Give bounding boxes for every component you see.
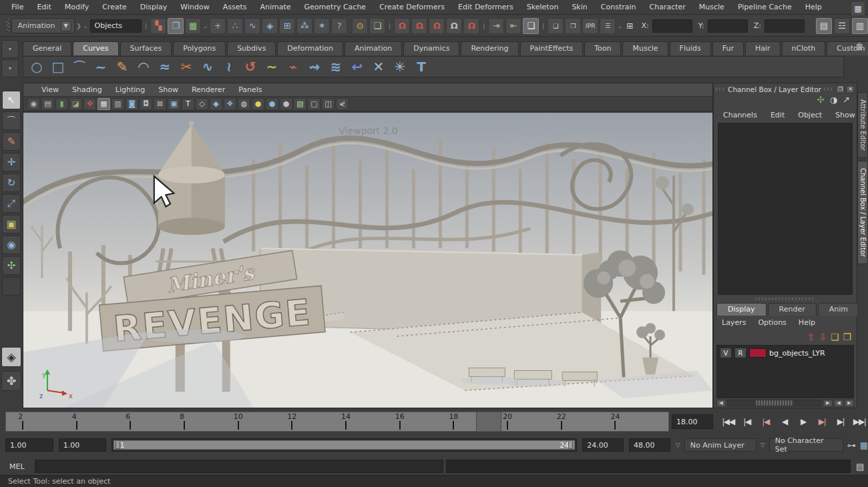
layer-color-swatch[interactable] (749, 348, 767, 358)
textured-mode-icon[interactable]: ❖ (224, 98, 236, 110)
input-connections-icon[interactable]: ⇥ (488, 18, 504, 34)
menubar-item[interactable]: Window (174, 1, 215, 13)
universal-manipulator-button[interactable]: ▣ (2, 215, 21, 233)
scroll-left-icon[interactable]: ◀ (716, 400, 726, 407)
mel-result-field[interactable] (446, 460, 851, 473)
shelf-tab[interactable]: Curves (73, 41, 118, 55)
snap-to-grids-icon[interactable]: Ω (394, 18, 410, 34)
image-plane-icon[interactable]: ◪ (69, 98, 82, 110)
component-mode-icon[interactable]: ▦ (185, 18, 201, 34)
viewport-3d-scene[interactable]: Miner's REVENGE (23, 113, 712, 408)
channel-box-toggle-icon[interactable]: ▥ (852, 18, 868, 34)
anim-layer-dropdown[interactable]: No Anim Layer (684, 438, 756, 452)
channel-box-menu-item[interactable]: Show (830, 109, 861, 121)
nurbs-circle-icon[interactable]: ○ (27, 57, 46, 76)
play-backwards-button[interactable]: ◀ (776, 414, 793, 430)
menubar-item[interactable]: Help (799, 1, 828, 13)
playback-start-input[interactable]: 1.00 (59, 438, 107, 452)
layer-editor-tab[interactable]: Anim (818, 303, 859, 316)
scale-tool-button[interactable]: ⤢ (2, 194, 21, 213)
attach-curves-icon[interactable]: ∿ (198, 57, 217, 76)
viewport-menu-item[interactable]: Show (152, 84, 184, 95)
isolate-select-icon[interactable]: ▧ (294, 98, 306, 110)
animation-end-input[interactable]: 48.00 (629, 438, 670, 452)
cut-curve-icon[interactable]: ✂ (177, 57, 196, 76)
animation-preferences-icon[interactable]: ▦ (860, 440, 868, 450)
2d-pan-zoom-icon[interactable]: ✥ (83, 98, 96, 110)
bookmark-icon[interactable]: ▮ (55, 98, 68, 110)
viewport-menu-item[interactable]: View (35, 84, 65, 95)
field-chart-icon[interactable]: ⊠ (154, 98, 166, 110)
ambient-occlusion-icon[interactable]: ● (280, 98, 292, 110)
attribute-editor-toggle-icon[interactable]: ▤ (816, 18, 832, 34)
playback-end-input[interactable]: 24.00 (582, 438, 624, 452)
animation-start-input[interactable]: 1.00 (5, 438, 53, 452)
shelf-tab[interactable]: Rendering (461, 41, 518, 55)
layer-editor-tab[interactable]: Render (768, 303, 817, 316)
toolbar-divider[interactable]: ❯ (77, 19, 81, 33)
menubar-item[interactable]: Skin (566, 1, 593, 13)
step-forward-frame-button[interactable]: ▶| (832, 414, 849, 430)
project-curve-icon[interactable]: ✳ (391, 57, 409, 76)
detach-curves-icon[interactable]: ≀ (220, 57, 238, 76)
menu-set-dropdown[interactable]: Animation ▼ (11, 19, 74, 33)
timeline-ruler[interactable]: 2 4 6 8 10 (5, 412, 669, 432)
y-coordinate-input[interactable] (708, 19, 748, 33)
shelf-tab[interactable]: Animation (345, 41, 402, 55)
sidebar-vertical-tab[interactable]: Channel Box / Layer Editor (857, 161, 868, 264)
menubar-item[interactable]: Display (134, 1, 174, 13)
menubar-item[interactable]: Edit (31, 1, 57, 13)
select-handles-mask-icon[interactable]: ∴ (227, 18, 243, 34)
toolbar-divider[interactable]: ❘ (541, 19, 546, 33)
shelf-tab[interactable]: Fur (712, 41, 744, 55)
intersect-curves-icon[interactable]: ✕ (369, 57, 388, 76)
ipr-render-icon[interactable]: IPR (582, 18, 598, 34)
toolbar-divider[interactable]: ⌄ (618, 19, 622, 33)
shelf-tab[interactable]: Fluids (670, 41, 711, 55)
object-mode-icon[interactable]: ❐ (168, 18, 184, 34)
make-live-icon[interactable]: Ω (463, 18, 479, 34)
shaded-mode-icon[interactable]: ◆ (210, 98, 222, 110)
mel-label[interactable]: MEL (5, 462, 32, 471)
insert-knot-icon[interactable]: ⌁ (284, 57, 302, 76)
hierarchy-mode-icon[interactable]: ▚ (150, 18, 166, 34)
shelf-tab[interactable]: Surfaces (120, 41, 172, 55)
restore-panel-icon[interactable]: ❐ (836, 85, 845, 93)
range-end-handle[interactable] (568, 442, 573, 449)
current-frame-input[interactable]: 18.00 (672, 414, 713, 429)
layer-editor-menu-item[interactable]: Options (752, 317, 791, 328)
shelf-tab[interactable]: Muscle (622, 41, 668, 55)
menubar-item[interactable]: Constrain (595, 1, 642, 13)
cv-curve-tool-icon[interactable]: ~ (91, 57, 110, 76)
select-rendering-mask-icon[interactable]: ✶ (314, 18, 330, 34)
reverse-curve-icon[interactable]: ↩ (348, 57, 367, 76)
render-settings-icon[interactable]: ☰ (600, 18, 616, 34)
shelf-tab[interactable]: PaintEffects (520, 41, 584, 55)
move-layer-down-icon[interactable]: ⇩ (819, 332, 827, 342)
rotate-tool-button[interactable]: ↻ (2, 173, 21, 192)
menubar-item[interactable]: Assets (217, 1, 253, 13)
camera-select-icon[interactable]: ◉ (27, 98, 40, 110)
layer-row[interactable]: V R bg_objects_LYR (717, 346, 853, 360)
speed-state-icon[interactable]: ◑ (830, 95, 837, 108)
mel-command-input[interactable] (35, 460, 443, 473)
arc-tool-icon[interactable]: ◠ (134, 57, 153, 76)
ep-curve-tool-icon[interactable]: ⌒ (70, 57, 89, 76)
panel-splitter-handle[interactable] (755, 298, 815, 300)
select-misc-mask-icon[interactable]: ? (331, 18, 347, 34)
quick-layout-paint-effects-button[interactable]: ✤ (1, 371, 21, 391)
menubar-item[interactable]: Muscle (693, 1, 730, 13)
character-set-dropdown[interactable]: No Character Set (769, 438, 843, 452)
menubar-item[interactable]: Character (644, 1, 692, 13)
offset-curve-icon[interactable]: ≈ (156, 57, 174, 76)
go-to-end-button[interactable]: ▶▶| (851, 414, 868, 430)
snap-to-view-planes-icon[interactable]: Ω (446, 18, 462, 34)
toolbar-divider[interactable]: ⌄ (83, 19, 88, 33)
menubar-item[interactable]: Create Deformers (373, 1, 451, 13)
set-key-icon[interactable]: ⊶ (847, 440, 856, 450)
close-panel-icon[interactable]: ✕ (846, 85, 855, 93)
menubar-item[interactable]: Pipeline Cache (732, 1, 798, 13)
chevron-down-icon[interactable]: ▽ (761, 442, 765, 448)
rebuild-curve-icon[interactable]: ≋ (327, 57, 345, 76)
viewport-menu-item[interactable]: Panels (232, 84, 268, 95)
